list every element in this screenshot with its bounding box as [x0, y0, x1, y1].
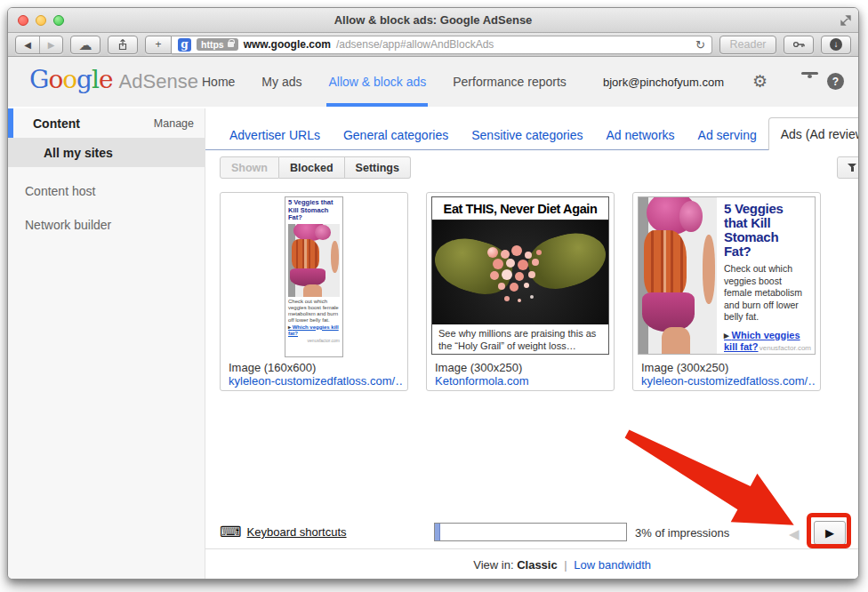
ad-body-span: See why millions are praising this as th…: [438, 328, 596, 351]
url-domain: www.google.com: [244, 38, 331, 51]
ad-caption: Image (300x250) Ketonformola.com: [435, 361, 609, 388]
tab-sensitive-categories[interactable]: Sensitive categories: [460, 119, 594, 150]
ad-destination-link[interactable]: Ketonformola.com: [435, 374, 609, 388]
shown-button[interactable]: Shown: [220, 156, 279, 179]
sidebar-section-content[interactable]: Content Manage: [8, 108, 205, 138]
progress-fill: [435, 524, 440, 540]
downloads-button[interactable]: ↓: [821, 36, 851, 54]
view-in-footer: View in: Classic | Low bandwidth: [205, 558, 859, 572]
sidebar: Content Manage All my sites Content host…: [8, 108, 205, 579]
settings-gear-icon[interactable]: ⚙: [752, 73, 768, 90]
ad-card[interactable]: Eat THIS, Never Diet Again See why milli…: [426, 192, 615, 391]
low-bandwidth-link[interactable]: Low bandwidth: [574, 558, 651, 572]
ad-body-text: Check out which veggies boost female met…: [288, 299, 340, 324]
view-in-label: View in:: [473, 558, 513, 572]
primary-nav: Home My ads Allow & block ads Performanc…: [202, 57, 567, 107]
lock-icon: [228, 42, 234, 47]
account-email: bjork@pinchofyum.com: [603, 76, 724, 89]
tab-general-categories[interactable]: General categories: [332, 119, 460, 150]
ad-attribution: venusfactor.com: [760, 344, 811, 352]
next-page-button[interactable]: ▶: [814, 521, 846, 545]
nav-home[interactable]: Home: [202, 57, 235, 107]
ad-cta-link: [continue]: [438, 353, 481, 355]
ad-body-text: See why millions are praising this as th…: [432, 324, 608, 355]
fullscreen-icon[interactable]: [840, 14, 852, 27]
impressions-label: 3% of impressions: [635, 526, 729, 540]
view-classic-label: Classic: [517, 558, 558, 572]
ad-creative-rectangle: 5 Veggies that Kill Stomach Fat? Check o…: [638, 196, 816, 355]
status-bar: ⌨ Keyboard shortcuts 3% of impressions ◀…: [205, 521, 859, 548]
traffic-lights: [18, 15, 64, 26]
back-button[interactable]: ◀: [16, 36, 39, 53]
keyboard-icon: ⌨: [220, 525, 242, 539]
https-label: https: [201, 39, 224, 50]
ad-destination-link[interactable]: kyleleon-customizedfatloss.com/…: [641, 374, 816, 388]
logo-letter: o: [48, 65, 62, 94]
ad-text-panel: 5 Veggies that Kill Stomach Fat? Check o…: [717, 197, 815, 354]
google-favicon-icon: g: [178, 38, 191, 52]
filters-button[interactable]: Filters: [837, 156, 859, 179]
logo-letter: G: [29, 65, 48, 94]
close-window-button[interactable]: [18, 15, 28, 26]
view-controls: Shown Blocked Settings Filters: [220, 156, 859, 179]
ad-creative-rectangle: Eat THIS, Never Diet Again See why milli…: [431, 196, 609, 355]
adsense-header: GoogleAdSense Home My ads Allow & block …: [8, 57, 858, 107]
tab-ads-ad-review-center[interactable]: Ads (Ad review center): [768, 117, 859, 150]
new-tab-button[interactable]: +: [145, 36, 172, 54]
address-bar[interactable]: g https www.google.com /adsense/app#allo…: [172, 36, 712, 54]
tab-ad-networks[interactable]: Ad networks: [595, 119, 687, 150]
browser-toolbar: ◀ ▶ ☁ + g https www.google.com /adsense/…: [8, 33, 858, 57]
lime-half: [432, 230, 518, 301]
share-button[interactable]: [108, 36, 138, 54]
password-manager-button[interactable]: [784, 36, 814, 54]
forward-button[interactable]: ▶: [39, 36, 62, 53]
filter-funnel-icon: [848, 163, 857, 172]
keyboard-shortcuts-link[interactable]: ⌨ Keyboard shortcuts: [220, 525, 347, 539]
ad-destination-link[interactable]: kyleleon-customizedfatloss.com/…: [229, 374, 403, 388]
sidebar-item-content-host[interactable]: Content host: [8, 181, 205, 201]
manage-link[interactable]: Manage: [154, 117, 194, 130]
prev-page-button[interactable]: ◀: [789, 526, 800, 542]
logo-letter: e: [99, 65, 113, 94]
app-body: Content Manage All my sites Content host…: [8, 108, 858, 579]
nav-my-ads[interactable]: My ads: [261, 57, 301, 107]
ad-card[interactable]: 5 Veggies that Kill Stomach Fat? Check o…: [220, 192, 408, 391]
history-nav: ◀ ▶: [15, 36, 63, 54]
ad-caption: Image (300x250) kyleleon-customizedfatlo…: [641, 361, 816, 388]
cloud-icon: ☁: [79, 38, 92, 52]
ad-cards: 5 Veggies that Kill Stomach Fat? Check o…: [220, 192, 859, 391]
sidebar-item-network-builder[interactable]: Network builder: [8, 215, 205, 235]
ad-headline: Eat THIS, Never Diet Again: [432, 197, 608, 220]
torso-ad-image: [639, 197, 717, 354]
blocked-button[interactable]: Blocked: [279, 156, 345, 179]
keyboard-shortcuts-label: Keyboard shortcuts: [247, 525, 347, 539]
ad-headline: 5 Veggies that Kill Stomach Fat?: [288, 199, 340, 222]
torso-illustration: [639, 197, 717, 354]
ad-format-label: Image (300x250): [435, 361, 609, 374]
reload-button[interactable]: ↻: [695, 38, 705, 52]
download-icon: ↓: [830, 38, 842, 51]
help-icon[interactable]: ?: [827, 73, 844, 90]
fruit-ad-image: [432, 220, 608, 324]
ad-card[interactable]: 5 Veggies that Kill Stomach Fat? Check o…: [632, 192, 821, 391]
zoom-window-button[interactable]: [53, 15, 64, 26]
ad-format-label: Image (300x250): [641, 361, 816, 374]
tab-advertiser-urls[interactable]: Advertiser URLs: [218, 119, 332, 150]
settings-button[interactable]: Settings: [345, 156, 411, 179]
minimize-window-button[interactable]: [36, 15, 46, 26]
reader-button[interactable]: Reader: [719, 36, 776, 54]
https-badge: https: [197, 38, 238, 51]
tab-ad-serving[interactable]: Ad serving: [687, 119, 768, 150]
nav-allow-block-ads[interactable]: Allow & block ads: [328, 57, 426, 107]
ad-body-text: Check out which veggies boost female met…: [724, 263, 808, 324]
logo-letter: g: [76, 65, 92, 94]
key-icon: [792, 38, 806, 51]
nav-performance-reports[interactable]: Performance reports: [453, 57, 567, 107]
window-title: Allow & block ads: Google AdSense: [8, 8, 858, 32]
url-path: /adsense/app#allowAndBlockAds: [336, 38, 494, 51]
fruit-pearls: [487, 247, 498, 258]
logo-letter: o: [62, 65, 76, 94]
icloud-tabs-button[interactable]: ☁: [70, 36, 100, 54]
sidebar-item-all-my-sites[interactable]: All my sites: [8, 138, 205, 167]
product-name: AdSense: [119, 70, 198, 92]
